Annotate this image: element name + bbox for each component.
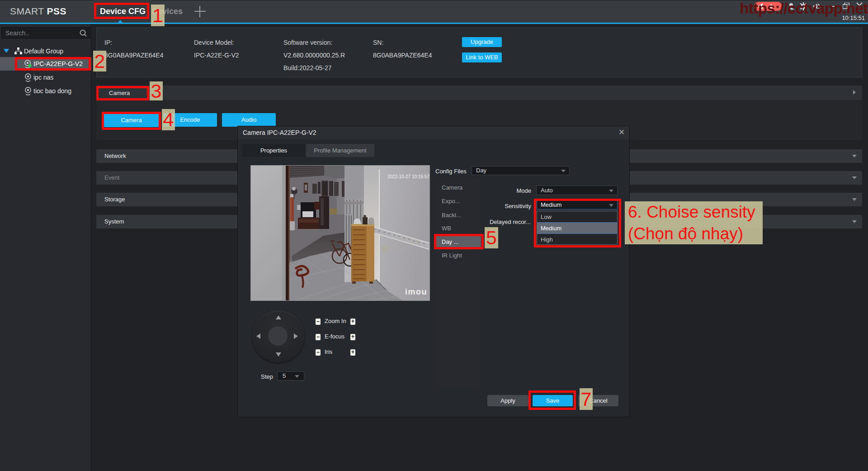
svg-text:imou: imou <box>405 287 427 296</box>
svg-text:2022-10-27 10:15:57: 2022-10-27 10:15:57 <box>387 174 429 179</box>
